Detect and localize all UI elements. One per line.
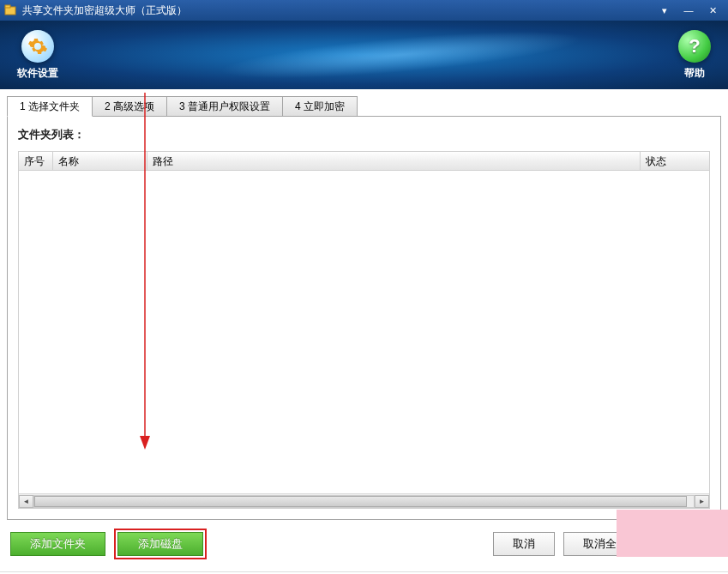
col-status[interactable]: 状态 bbox=[641, 152, 709, 170]
scroll-left-icon[interactable]: ◄ bbox=[19, 495, 33, 508]
titlebar: 共享文件夹加密超级大师（正式版） ▾ — ✕ bbox=[0, 0, 728, 21]
content-area: 1 选择文件夹 2 高级选项 3 普通用户权限设置 4 立即加密 文件夹列表： … bbox=[0, 89, 728, 571]
tab-user-permissions[interactable]: 3 普通用户权限设置 bbox=[166, 96, 283, 116]
col-path[interactable]: 路径 bbox=[147, 152, 641, 170]
help-label: 帮助 bbox=[684, 66, 705, 81]
titlebar-title: 共享文件夹加密超级大师（正式版） bbox=[22, 3, 187, 18]
close-button[interactable]: ✕ bbox=[701, 3, 725, 18]
tab-select-folder[interactable]: 1 选择文件夹 bbox=[7, 96, 93, 117]
settings-button[interactable]: 软件设置 bbox=[17, 30, 58, 81]
scroll-right-icon[interactable]: ► bbox=[695, 495, 709, 508]
horizontal-scrollbar[interactable]: ◄ ► bbox=[19, 493, 709, 508]
dropdown-button[interactable]: ▾ bbox=[653, 3, 677, 18]
settings-label: 软件设置 bbox=[17, 66, 58, 81]
svg-rect-1 bbox=[5, 5, 10, 8]
col-name[interactable]: 名称 bbox=[53, 152, 147, 170]
table-body[interactable] bbox=[19, 171, 709, 493]
scroll-thumb[interactable] bbox=[34, 496, 687, 507]
button-row: 添加文件夹 添加磁盘 取消 取消全部 解密 bbox=[7, 520, 721, 565]
table-header: 序号 名称 路径 状态 bbox=[19, 152, 709, 171]
help-button[interactable]: ? 帮助 bbox=[678, 30, 711, 81]
add-folder-button[interactable]: 添加文件夹 bbox=[10, 532, 105, 556]
help-icon: ? bbox=[678, 30, 711, 63]
gear-icon bbox=[21, 30, 54, 63]
highlight-annotation: 添加磁盘 bbox=[114, 529, 207, 559]
folder-table: 序号 名称 路径 状态 ◄ ► bbox=[18, 151, 710, 509]
scroll-track[interactable] bbox=[33, 495, 695, 508]
minimize-button[interactable]: — bbox=[677, 3, 701, 18]
tab-bar: 1 选择文件夹 2 高级选项 3 普通用户权限设置 4 立即加密 bbox=[7, 96, 721, 117]
watermark-block bbox=[617, 510, 728, 557]
tab-advanced-options[interactable]: 2 高级选项 bbox=[92, 96, 167, 116]
tab-content: 文件夹列表： 序号 名称 路径 状态 ◄ ► bbox=[7, 117, 721, 520]
header-band: 软件设置 ? 帮助 bbox=[0, 21, 728, 89]
cancel-button[interactable]: 取消 bbox=[493, 532, 555, 556]
tab-encrypt-now[interactable]: 4 立即加密 bbox=[282, 96, 358, 116]
folder-list-label: 文件夹列表： bbox=[18, 127, 710, 142]
add-disk-button[interactable]: 添加磁盘 bbox=[117, 532, 203, 556]
window-controls: ▾ — ✕ bbox=[653, 3, 725, 18]
app-icon bbox=[3, 3, 17, 17]
col-seq[interactable]: 序号 bbox=[19, 152, 53, 170]
